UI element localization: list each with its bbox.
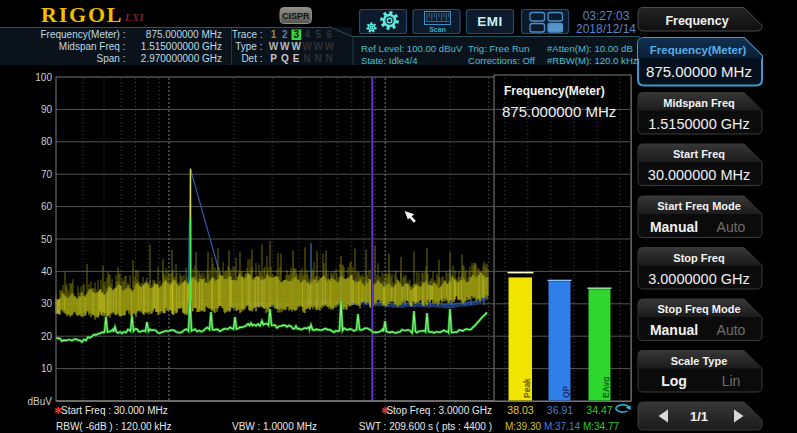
- svg-text:Start Freq Mode: Start Freq Mode: [657, 200, 741, 212]
- svg-text:90: 90: [41, 104, 53, 115]
- svg-text:Stop Freq : 3.0000 GHz: Stop Freq : 3.0000 GHz: [386, 405, 492, 416]
- svg-text:Scan: Scan: [429, 26, 446, 33]
- svg-text:Manual: Manual: [650, 322, 698, 338]
- svg-text:1.515000000 GHz: 1.515000000 GHz: [141, 41, 222, 52]
- svg-text:Auto: Auto: [717, 322, 746, 338]
- svg-text:dBuV: dBuV: [28, 396, 53, 407]
- svg-text:6: 6: [326, 29, 332, 40]
- svg-text:M:34.77: M:34.77: [583, 421, 620, 432]
- svg-text:Auto: Auto: [717, 219, 746, 235]
- svg-text:2: 2: [282, 29, 288, 40]
- svg-text:5: 5: [315, 29, 321, 40]
- svg-text:Stop Freq: Stop Freq: [673, 252, 724, 264]
- svg-text:30: 30: [41, 298, 53, 309]
- svg-text:36.91: 36.91: [547, 404, 573, 416]
- svg-text:Scale Type: Scale Type: [671, 355, 728, 367]
- svg-text:LXI: LXI: [124, 12, 144, 23]
- svg-text:3.0000000 GHz: 3.0000000 GHz: [648, 271, 750, 287]
- svg-text:Manual: Manual: [650, 219, 698, 235]
- svg-text:Span :: Span :: [97, 53, 126, 64]
- svg-text:SWT : 209.600 s ( pts : 4400 ): SWT : 209.600 s ( pts : 4400 ): [359, 421, 492, 432]
- svg-text:40: 40: [41, 266, 53, 277]
- svg-text:P: P: [270, 53, 277, 64]
- svg-text:Lin: Lin: [722, 373, 741, 389]
- svg-text:W: W: [324, 41, 334, 52]
- svg-text:2018/12/14: 2018/12/14: [576, 22, 636, 36]
- svg-text:70: 70: [41, 169, 53, 180]
- svg-text:Midspan Freq :: Midspan Freq :: [59, 41, 126, 52]
- svg-text:Frequency(Meter) :: Frequency(Meter) :: [40, 29, 125, 40]
- svg-text:EMI: EMI: [477, 14, 503, 29]
- svg-text:Ref Level: 100.00 dBuV: Ref Level: 100.00 dBuV: [361, 43, 463, 54]
- svg-text:#Atten(M): 10.00 dB: #Atten(M): 10.00 dB: [547, 43, 633, 54]
- svg-text:Type :: Type :: [235, 41, 262, 52]
- svg-text:W: W: [313, 41, 323, 52]
- svg-text:M:37.14: M:37.14: [544, 421, 581, 432]
- svg-text:M:39.30: M:39.30: [505, 421, 542, 432]
- svg-text:50: 50: [41, 234, 53, 245]
- svg-text:38.03: 38.03: [507, 404, 533, 416]
- svg-text:Log: Log: [661, 373, 687, 389]
- svg-text:20: 20: [41, 331, 53, 342]
- svg-text:1.5150000 GHz: 1.5150000 GHz: [648, 116, 750, 132]
- svg-text:1/1: 1/1: [690, 409, 708, 424]
- svg-text:W: W: [280, 41, 290, 52]
- svg-text:875.00000 MHz: 875.00000 MHz: [646, 63, 752, 80]
- svg-text:Frequency(Meter): Frequency(Meter): [650, 44, 747, 56]
- svg-text:875.000000 MHz: 875.000000 MHz: [146, 29, 222, 40]
- svg-text:4: 4: [304, 29, 310, 40]
- svg-text:80: 80: [41, 136, 53, 147]
- svg-text:State: Idle4/4: State: Idle4/4: [361, 55, 418, 66]
- svg-text:RBW( -6dB ) : 120.00 kHz: RBW( -6dB ) : 120.00 kHz: [56, 421, 172, 432]
- svg-text:N: N: [326, 53, 333, 64]
- svg-text:W: W: [291, 41, 301, 52]
- svg-text:QP: QP: [561, 385, 571, 398]
- svg-text:VBW : 1.0000 MHz: VBW : 1.0000 MHz: [232, 421, 317, 432]
- svg-text:1: 1: [271, 29, 277, 40]
- svg-text:#RBW(M): 120.0 kHz: #RBW(M): 120.0 kHz: [547, 55, 638, 66]
- svg-text:N: N: [315, 53, 322, 64]
- svg-text:875.000000 MHz: 875.000000 MHz: [502, 103, 616, 120]
- svg-text:W: W: [302, 41, 312, 52]
- svg-text:Det :: Det :: [241, 53, 262, 64]
- svg-text:2.970000000 GHz: 2.970000000 GHz: [141, 53, 222, 64]
- svg-text:Start Freq : 30.000 MHz: Start Freq : 30.000 MHz: [61, 405, 168, 416]
- svg-text:Corrections: Off: Corrections: Off: [468, 55, 535, 66]
- svg-text:Stop Freq Mode: Stop Freq Mode: [657, 303, 740, 315]
- svg-text:3: 3: [294, 29, 300, 40]
- svg-text:100: 100: [35, 72, 52, 83]
- svg-text:E: E: [293, 53, 300, 64]
- svg-text:03:27:03: 03:27:03: [583, 9, 630, 23]
- svg-text:Frequency: Frequency: [665, 14, 728, 28]
- svg-text:30.000000 MHz: 30.000000 MHz: [648, 167, 750, 183]
- svg-text:EAvg: EAvg: [601, 377, 611, 398]
- svg-text:Peak: Peak: [522, 378, 532, 398]
- svg-text:Trace :: Trace :: [232, 29, 263, 40]
- svg-text:Q: Q: [281, 53, 289, 64]
- svg-text:Frequency(Meter): Frequency(Meter): [504, 84, 605, 98]
- svg-text:RIGOL: RIGOL: [41, 2, 123, 27]
- svg-text:Midspan Freq: Midspan Freq: [663, 97, 735, 109]
- svg-text:W: W: [269, 41, 279, 52]
- svg-text:CISPR: CISPR: [282, 11, 310, 21]
- svg-text:34.47: 34.47: [586, 404, 612, 416]
- svg-text:Trig: Free Run: Trig: Free Run: [468, 43, 530, 54]
- svg-text:N: N: [304, 53, 311, 64]
- svg-text:Start Freq: Start Freq: [673, 148, 725, 160]
- svg-text:60: 60: [41, 201, 53, 212]
- svg-text:10: 10: [41, 363, 53, 374]
